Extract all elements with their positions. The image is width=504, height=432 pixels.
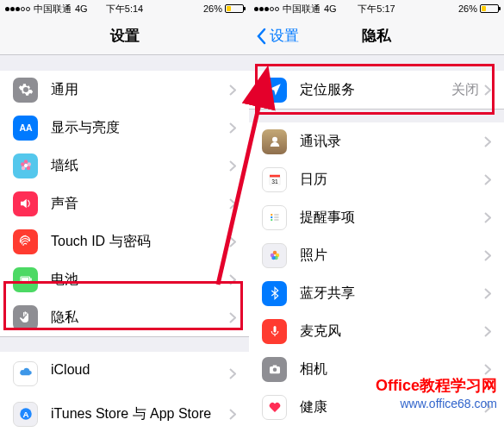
watermark: Office教程学习网 www.office68.com: [376, 375, 497, 410]
chevron-right-icon: [484, 326, 491, 337]
back-label: 设置: [270, 26, 299, 46]
chevron-right-icon: [229, 122, 236, 134]
mic-icon: [262, 319, 287, 344]
battery-icon: [225, 4, 244, 13]
row-label: 蓝牙共享: [300, 285, 484, 303]
row-label: 显示与亮度: [51, 119, 229, 137]
row-value: 关闭: [451, 81, 479, 99]
battery-icon: [480, 4, 499, 13]
time-label: 下午5:14: [106, 3, 143, 16]
location-icon: [262, 78, 287, 103]
battery-icon: [13, 267, 38, 292]
gear-icon: [13, 78, 38, 103]
appstore-icon: A: [13, 402, 38, 427]
list-icon: [262, 205, 287, 230]
chevron-right-icon: [484, 364, 491, 375]
chevron-right-icon: [484, 85, 491, 96]
contacts-icon: [262, 129, 287, 154]
svg-rect-34: [272, 366, 277, 367]
row-general[interactable]: 通用: [0, 71, 249, 109]
row-touchid[interactable]: Touch ID 与密码: [0, 222, 249, 260]
svg-point-21: [271, 214, 272, 216]
row-microphone[interactable]: 麦克风: [249, 312, 504, 350]
svg-text:A: A: [22, 410, 28, 419]
row-label: 麦克风: [300, 322, 484, 341]
row-bluetooth[interactable]: 蓝牙共享: [249, 274, 504, 312]
fingerprint-icon: [13, 229, 38, 254]
svg-rect-32: [273, 326, 276, 333]
chevron-right-icon: [229, 236, 236, 247]
row-label: 定位服务: [300, 81, 451, 99]
chevron-right-icon: [229, 274, 236, 285]
row-privacy[interactable]: 隐私: [0, 298, 249, 336]
row-icloud[interactable]: iCloud: [0, 352, 249, 395]
bluetooth-icon: [262, 281, 287, 306]
back-button[interactable]: 设置: [256, 26, 299, 46]
svg-rect-18: [270, 175, 280, 178]
row-wallpaper[interactable]: 墙纸: [0, 147, 249, 185]
hand-icon: [13, 305, 38, 330]
row-contacts[interactable]: 通讯录: [249, 122, 504, 160]
battery-pct-label: 26%: [203, 3, 222, 14]
row-label: 隐私: [51, 309, 229, 327]
svg-point-35: [272, 368, 277, 373]
chevron-right-icon: [229, 85, 236, 96]
row-label: 通用: [51, 81, 229, 99]
svg-point-2: [23, 160, 28, 164]
nav-bar: 设置: [0, 17, 249, 55]
svg-point-4: [26, 166, 30, 171]
network-label: 4G: [75, 3, 88, 14]
chevron-right-icon: [229, 312, 236, 323]
chevron-right-icon: [229, 160, 236, 172]
svg-point-22: [271, 216, 272, 218]
row-display[interactable]: AA显示与亮度: [0, 109, 249, 147]
svg-point-17: [272, 137, 277, 142]
svg-text:AA: AA: [19, 122, 33, 133]
status-bar: 中国联通 4G 下午5:17 26%: [249, 0, 504, 17]
settings-group-2: iCloud AiTunes Store 与 App Store: [0, 352, 249, 432]
row-itunes[interactable]: AiTunes Store 与 App Store: [0, 395, 249, 432]
svg-point-3: [27, 162, 31, 166]
page-title: 隐私: [362, 26, 391, 46]
privacy-screen: 中国联通 4G 下午5:17 26% 设置 隐私 定位服务关闭 通讯录 31日历…: [249, 0, 504, 432]
watermark-title: Office教程学习网: [376, 375, 497, 396]
row-calendar[interactable]: 31日历: [249, 160, 504, 198]
svg-rect-8: [30, 279, 32, 281]
settings-group-1: 通用 AA显示与亮度 墙纸 声音 Touch ID 与密码 电池 隐私: [0, 71, 249, 336]
row-label: 日历: [300, 171, 484, 189]
row-reminders[interactable]: 提醒事项: [249, 198, 504, 236]
svg-point-5: [21, 166, 25, 171]
chevron-right-icon: [484, 136, 491, 147]
row-label: 墙纸: [51, 157, 229, 175]
row-label: 电池: [51, 271, 229, 289]
sun-icon: AA: [13, 116, 38, 141]
settings-screen: 中国联通 4G 下午5:14 26% 设置 通用 AA显示与亮度 墙纸 声音 T…: [0, 0, 249, 432]
row-label: 声音: [51, 195, 229, 213]
chevron-left-icon: [256, 28, 266, 45]
speaker-icon: [13, 191, 38, 216]
watermark-url: www.office68.com: [376, 397, 497, 410]
row-photos[interactable]: 照片: [249, 236, 504, 274]
signal-dots-icon: [5, 7, 30, 11]
row-label: 照片: [300, 247, 484, 265]
chevron-right-icon: [229, 409, 236, 420]
svg-point-23: [271, 219, 272, 221]
chevron-right-icon: [484, 174, 491, 185]
status-bar: 中国联通 4G 下午5:14 26%: [0, 0, 249, 17]
svg-point-6: [21, 162, 25, 166]
chevron-right-icon: [229, 368, 236, 379]
row-label: 提醒事项: [300, 209, 484, 227]
svg-text:31: 31: [271, 178, 278, 185]
row-location[interactable]: 定位服务关闭: [249, 71, 504, 109]
row-battery[interactable]: 电池: [0, 260, 249, 298]
signal-dots-icon: [254, 7, 279, 11]
page-title: 设置: [110, 26, 140, 46]
row-sound[interactable]: 声音: [0, 185, 249, 222]
heart-icon: [262, 395, 287, 420]
photos-icon: [262, 243, 287, 268]
chevron-right-icon: [229, 198, 236, 210]
privacy-group-1: 定位服务关闭: [249, 71, 504, 109]
flower-icon: [13, 153, 38, 178]
network-label: 4G: [324, 3, 337, 14]
row-homekit[interactable]: HomeKit: [249, 426, 504, 432]
